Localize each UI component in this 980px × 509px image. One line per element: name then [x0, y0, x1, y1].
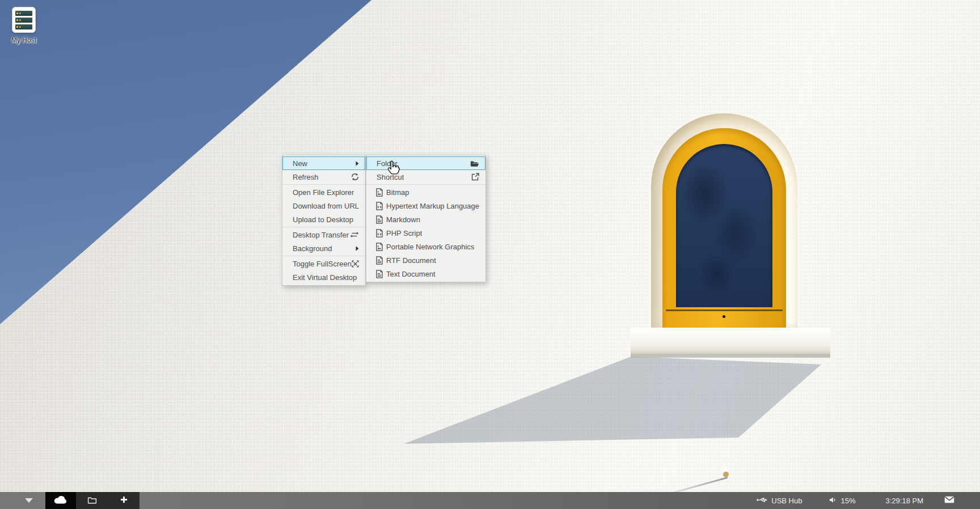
desktop-icon-label: My Host — [6, 36, 42, 44]
file-image-icon — [374, 243, 384, 251]
desktop-icon-my-host[interactable]: My Host — [6, 7, 42, 44]
menu-item-php-script[interactable]: PHP Script — [366, 226, 485, 240]
caret-right-icon — [356, 246, 359, 251]
file-code-icon — [374, 202, 384, 210]
external-link-icon — [471, 173, 479, 181]
usb-icon — [757, 497, 767, 505]
ledge-shadow-edge — [631, 354, 830, 358]
taskbar-launchers — [76, 492, 140, 509]
file-text-icon — [374, 256, 384, 265]
usb-label: USB Hub — [771, 497, 802, 505]
menu-item-label: Folder — [377, 159, 398, 168]
menu-item-open-file-explorer[interactable]: Open File Explorer — [282, 185, 365, 199]
file-explorer-button[interactable] — [82, 492, 102, 509]
caret-right-icon — [356, 161, 359, 166]
menu-item-shortcut[interactable]: Shortcut — [366, 170, 485, 184]
volume-tray-item[interactable]: 15% — [829, 497, 855, 505]
menu-item-label: Bitmap — [386, 188, 409, 197]
menu-item-folder[interactable]: Folder — [366, 156, 485, 170]
window-glass — [676, 144, 772, 307]
wallpaper — [0, 0, 980, 509]
menu-item-hypertext-markup-language[interactable]: Hypertext Markup Language — [366, 199, 485, 213]
plus-icon — [120, 496, 128, 505]
clock-label: 3:29:18 PM — [886, 497, 924, 505]
new-item-button[interactable] — [113, 492, 134, 509]
menu-item-label: Markdown — [386, 215, 420, 224]
menu-item-text-document[interactable]: Text Document — [366, 267, 485, 281]
window — [651, 113, 797, 328]
window-frame — [662, 128, 786, 328]
menu-item-label: Hypertext Markup Language — [386, 202, 479, 210]
menu-item-portable-network-graphics[interactable]: Portable Network Graphics — [366, 240, 485, 253]
server-bar — [15, 18, 32, 23]
usb-tray-item[interactable]: USB Hub — [757, 497, 802, 505]
cloud-icon — [53, 494, 69, 507]
menu-item-label: Exit Virtual Desktop — [293, 273, 357, 282]
envelope-icon — [944, 496, 954, 505]
file-image-icon — [374, 188, 384, 197]
mail-tray-button[interactable] — [944, 496, 954, 505]
file-code-icon — [374, 229, 384, 237]
menu-item-label: PHP Script — [386, 229, 422, 237]
menu-item-rtf-document[interactable]: RTF Document — [366, 253, 485, 267]
menu-item-label: Download from URL — [293, 202, 359, 210]
system-tray: USB Hub 15% 3:29:18 PM — [757, 492, 980, 509]
menu-item-label: RTF Document — [386, 256, 436, 265]
wall-knob — [723, 472, 729, 477]
menu-item-exit-virtual-desktop[interactable]: Exit Virtual Desktop — [282, 270, 365, 284]
taskbar: USB Hub 15% 3:29:18 PM — [0, 492, 980, 509]
menu-item-toggle-fullscreen[interactable]: Toggle FullScreen — [282, 257, 365, 270]
folder-icon — [87, 496, 97, 506]
file-text-icon — [374, 270, 384, 278]
clock: 3:29:18 PM — [886, 497, 924, 505]
taskbar-expand-button[interactable] — [22, 492, 36, 509]
menu-item-background[interactable]: Background — [282, 241, 365, 255]
server-bar — [15, 11, 32, 16]
menu-separator — [366, 184, 485, 185]
speaker-icon — [829, 497, 837, 505]
fullscreen-icon — [352, 260, 359, 268]
menu-item-label: Shortcut — [377, 173, 404, 181]
volume-label: 15% — [840, 497, 855, 505]
menu-item-refresh[interactable]: Refresh — [282, 170, 365, 184]
desktop[interactable]: My Host NewRefreshOpen File ExplorerDown… — [0, 0, 980, 509]
menu-item-upload-to-desktop[interactable]: Upload to Desktop — [282, 213, 365, 226]
cloud-launcher-button[interactable] — [45, 492, 76, 509]
chevron-down-icon — [25, 498, 33, 503]
menu-item-label: Open File Explorer — [293, 188, 354, 197]
new-submenu: FolderShortcutBitmapHypertext Markup Lan… — [366, 155, 486, 282]
server-bar — [15, 24, 32, 29]
menu-item-label: New — [293, 159, 307, 168]
menu-item-new[interactable]: New — [282, 156, 365, 170]
menu-item-label: Desktop Transfer — [293, 231, 349, 239]
menu-item-download-from-url[interactable]: Download from URL — [282, 199, 365, 213]
context-menu: NewRefreshOpen File ExplorerDownload fro… — [282, 155, 366, 286]
server-icon — [12, 7, 36, 33]
file-text-icon — [374, 215, 384, 224]
menu-item-label: Background — [293, 244, 332, 253]
menu-item-label: Upload to Desktop — [293, 215, 353, 224]
refresh-icon — [351, 173, 359, 181]
menu-item-label: Refresh — [293, 173, 319, 181]
menu-item-label: Portable Network Graphics — [386, 243, 474, 251]
window-sill-stripe — [666, 309, 783, 311]
menu-separator — [282, 227, 365, 227]
menu-item-label: Text Document — [386, 270, 436, 278]
menu-item-markdown[interactable]: Markdown — [366, 213, 485, 226]
window-ledge — [631, 328, 830, 354]
menu-item-bitmap[interactable]: Bitmap — [366, 185, 485, 199]
folder-open-icon — [470, 160, 479, 167]
window-sill-dot — [723, 315, 725, 318]
menu-separator — [282, 184, 365, 185]
menu-item-desktop-transfer[interactable]: Desktop Transfer — [282, 228, 365, 241]
menu-item-label: Toggle FullScreen — [293, 260, 352, 268]
transfer-icon — [350, 231, 359, 238]
menu-separator — [282, 256, 365, 256]
